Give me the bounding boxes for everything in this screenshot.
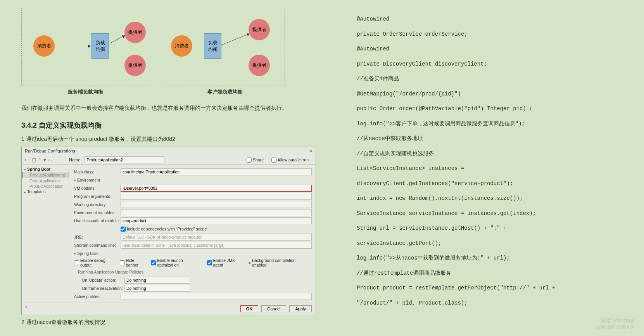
working-dir-label: Working directory: [74,202,121,207]
include-deps-checkbox[interactable]: Include dependencies with "Provided" sco… [121,227,207,232]
ide-toolbar: + − 📋 ⌃ ▼ ⬦₂ Name: Share Allow parallel … [22,155,316,165]
code-line: //通过restTemplate调用商品微服务 [357,266,589,281]
ok-button[interactable]: OK [240,305,259,312]
code-line: //自定义规则实现随机挑选服务 [357,146,589,161]
enable-launch-checkbox[interactable]: Enable launch optimization [151,258,202,267]
tree-spring-boot: ▾Spring Boot [22,166,69,172]
apply-button[interactable]: Apply [289,305,312,312]
ide-configuration-tree[interactable]: ▾Spring Boot ProductApplication2 OrderAp… [22,165,70,303]
program-args-input[interactable] [121,193,312,200]
name-label: Name: [69,158,81,162]
code-line: log.info(">>从nacos中获取到的微服务地址为:" + url); [357,251,589,266]
code-line: //准备买1件商品 [357,71,589,87]
code-line: private OrderService orderService; [357,27,589,42]
jre-input[interactable] [121,234,312,241]
name-input[interactable] [85,156,164,163]
working-dir-input[interactable] [121,201,312,208]
on-update-select[interactable] [124,277,190,284]
ide-title-text: Run/Debug Configurations [25,149,75,153]
spring-boot-header: ▾Spring Boot [74,250,312,257]
diagram-area: 消费者 负载 均衡 提供者 提供者 服务端负载均衡 消费者 负载 均衡 提供者 [21,8,316,95]
tree-product-app: ProductApplication [22,184,69,189]
load-balancer-box-c: 负载 均衡 [204,33,221,59]
windows-activation-watermark: 激活 Window 转到"设置"以激活 W [596,317,634,330]
main-class-input[interactable] [121,168,312,175]
server-side-label: 服务端负载均衡 [21,88,149,95]
ide-body: ▾Spring Boot ProductApplication2 OrderAp… [22,165,316,303]
cancel-button[interactable]: Cancel [261,305,286,312]
code-line: log.info(">>客户下单，这时候要调用商品微服务查询商品信息"); [357,116,589,132]
tree-order-app: OrderApplication [22,178,69,184]
vm-options-input[interactable] [121,185,312,192]
step-1: 1 通过idea再启动一个 shop-product 微服务，设置其端口为808… [21,136,316,143]
share-checkbox[interactable]: Share [247,158,264,163]
close-icon[interactable]: × [310,149,313,153]
code-line: Product product = restTemplate.getForObj… [357,281,589,310]
arrow-c [221,33,250,45]
code-line: List<ServiceInstance> instances = discov… [357,161,589,191]
shorten-label: Shorten command line: [74,243,121,248]
main-class-label: Main class: [74,170,121,174]
classpath-label: Use classpath of module: [74,218,121,223]
client-side-box: 消费者 负载 均衡 提供者 提供者 [165,8,285,85]
background-warning: ●Background compilation enabled [249,258,307,267]
code-line: @Autowired [357,12,589,27]
consumer-circle: 消费者 [33,35,55,57]
code-line: public Order order(@PathVariable("pid") … [357,101,589,116]
on-frame-select[interactable] [124,285,190,292]
step-2: 2 通过nacos查看微服务的启动情况 [21,319,316,326]
code-line: int index = new Random().nextInt(instanc… [357,191,589,206]
arrow-2 [110,35,124,43]
env-vars-input[interactable] [121,209,312,216]
ide-run-configurations-dialog: Run/Debug Configurations × + − 📋 ⌃ ▼ ⬦₂ … [21,147,316,315]
server-side-diagram-wrapper: 消费者 负载 均衡 提供者 提供者 服务端负载均衡 [21,8,149,95]
client-side-diagram-wrapper: 消费者 负载 均衡 提供者 提供者 客户端负载均衡 [165,8,285,95]
on-update-label: On 'Update' action: [82,278,124,282]
toolbar-icons[interactable]: + − 📋 ⌃ ▼ ⬦₂ [24,158,52,163]
provider-circle-2: 提供者 [124,55,146,76]
program-args-label: Program arguments: [74,194,121,199]
left-column: 消费者 负载 均衡 提供者 提供者 服务端负载均衡 消费者 负载 均衡 提供者 [21,8,316,330]
server-side-box: 消费者 负载 均衡 提供者 提供者 [21,8,149,85]
code-line: String url = serviceInstance.getHost() +… [357,221,589,251]
watermark-line1: 激活 Window [596,317,634,324]
arrow-1 [55,46,90,46]
vm-options-label: VM options: [74,186,121,191]
code-line: //从nacos中获取服务地址 [357,131,589,146]
code-line: ServiceInstance serviceInstance = instan… [357,206,589,221]
right-code-column: @Autowired private OrderService orderSer… [357,12,589,310]
environment-header: ▾Environment [74,177,312,184]
consumer-circle-c: 消费者 [171,35,192,57]
allow-parallel-checkbox[interactable]: Allow parallel run [271,158,309,163]
tree-product-app2: ProductApplication2 [22,172,69,178]
tree-templates: ▸Templates [22,189,69,194]
shorten-input[interactable] [121,242,312,249]
env-vars-label: Environment variables: [74,210,121,215]
load-balancer-box: 负载 均衡 [92,33,109,59]
ide-form-panel: Main class: ▾Environment VM options: Pro… [70,165,316,303]
ide-titlebar: Run/Debug Configurations × [22,147,316,155]
active-profiles-input[interactable] [121,293,312,300]
section-heading: 3.4.2 自定义实现负载均衡 [21,121,316,130]
code-line: private DiscoveryClient discoveryClient; [357,57,589,72]
running-policies-header: Running Application Update Policies [74,268,312,275]
code-line: @Autowired [357,42,589,57]
on-frame-label: On frame deactivation: [82,286,124,291]
enable-jmx-checkbox[interactable]: Enable JMX agent [207,258,244,267]
provider-circle-c1: 提供者 [249,19,270,40]
provider-circle-1: 提供者 [124,22,146,43]
paragraph-1: 我们在微服务调用关系中一般会选择客户端负载均衡，也就是在服务调用的一方来决定服务… [21,103,316,113]
classpath-input[interactable] [121,217,312,224]
active-profiles-label: Active profiles: [74,294,121,299]
watermark-line2: 转到"设置"以激活 W [596,324,634,330]
code-line: @GetMapping("/order/prod/{pid}") [357,87,589,102]
provider-circle-c2: 提供者 [249,55,270,76]
jre-label: JRE: [74,235,121,239]
client-side-label: 客户端负载均衡 [165,88,285,95]
enable-debug-checkbox[interactable]: Enable debug output [74,258,115,267]
hide-banner-checkbox[interactable]: Hide banner [120,258,147,267]
